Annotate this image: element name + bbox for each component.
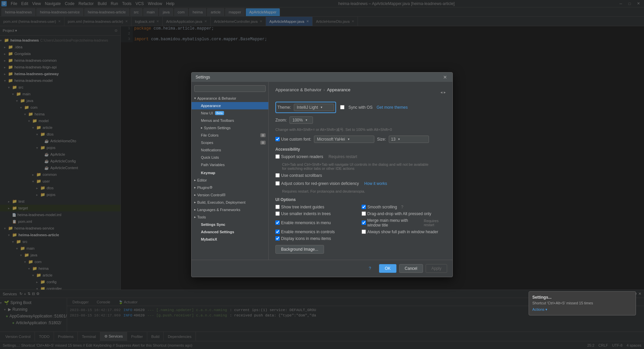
color-vision-row: Adjust colors for red-green vision defic… bbox=[275, 181, 446, 186]
nav-item-editor[interactable]: ▸ Editor bbox=[192, 177, 268, 184]
background-image-button[interactable]: Background Image... bbox=[275, 245, 324, 254]
font-size-value: 13 bbox=[391, 137, 395, 142]
notification-actions-row: Actions ▾ bbox=[532, 307, 632, 312]
merge-menu-checkbox[interactable] bbox=[362, 220, 366, 225]
nav-item-appearance[interactable]: Appearance bbox=[192, 102, 268, 109]
color-vision-checkbox[interactable] bbox=[275, 181, 280, 186]
dialog-title: Settings bbox=[196, 75, 442, 80]
nav-item-label: Scopes bbox=[201, 141, 213, 145]
nav-section-header-appearance[interactable]: ▾ Appearance & Behavior bbox=[192, 95, 268, 102]
font-family-dropdown[interactable]: Microsoft YaHei ▾ bbox=[314, 136, 374, 143]
nav-forward-icon[interactable]: ▸ bbox=[444, 90, 446, 95]
smooth-scrolling-checkbox[interactable] bbox=[362, 205, 366, 209]
accessibility-section-title: Accessibility bbox=[275, 147, 446, 152]
nav-item-label: Tools bbox=[197, 215, 206, 219]
nav-item-label: Languages & Frameworks bbox=[197, 208, 240, 212]
full-path-label: Always show full path in window header bbox=[367, 230, 438, 234]
color-vision-desc: Requires restart. For protanopia and deu… bbox=[282, 189, 446, 193]
nav-item-build[interactable]: ▸ Build, Execution, Deployment bbox=[192, 199, 268, 206]
nav-item-label: Appearance bbox=[201, 104, 221, 108]
help-icon[interactable]: ? bbox=[401, 205, 404, 209]
dialog-close-button[interactable]: ✕ bbox=[442, 74, 448, 81]
nav-item-filecolors[interactable]: File Colors ⊟ bbox=[192, 132, 268, 139]
nav-item-plugins[interactable]: ▸ Plugins ⚙ bbox=[192, 184, 268, 191]
nav-item-notifications[interactable]: Notifications bbox=[192, 146, 268, 154]
ui-options-grid: Show tree indent guides Smooth scrolling… bbox=[275, 205, 446, 241]
nav-item-label: Plugins bbox=[197, 186, 209, 190]
arrow-icon: ▸ bbox=[194, 200, 196, 204]
font-size-dropdown[interactable]: 13 ▾ bbox=[389, 136, 429, 143]
full-path-checkbox[interactable] bbox=[362, 230, 366, 234]
help-question-button[interactable]: ? bbox=[364, 264, 377, 273]
theme-label: Theme: bbox=[277, 105, 291, 110]
zoom-label: Zoom: bbox=[275, 118, 287, 122]
chevron-down-icon: ▾ bbox=[348, 137, 350, 141]
smaller-indents-checkbox[interactable] bbox=[275, 211, 280, 216]
chevron-down-icon: ▾ bbox=[398, 137, 400, 141]
nav-item-label: New UI bbox=[201, 111, 213, 115]
nav-item-scopes[interactable]: Scopes ⊟ bbox=[192, 139, 268, 146]
nav-item-advanced[interactable]: Advanced Settings bbox=[192, 228, 268, 236]
how-it-works-link[interactable]: How it works bbox=[364, 181, 387, 186]
settings-search-input[interactable] bbox=[194, 85, 266, 92]
theme-dropdown[interactable]: IntelliJ Light ▾ bbox=[294, 104, 334, 111]
breadcrumb-separator: › bbox=[323, 87, 325, 92]
cancel-button[interactable]: Cancel bbox=[399, 264, 423, 273]
beta-badge: Beta bbox=[215, 111, 224, 115]
theme-box: Theme: IntelliJ Light ▾ bbox=[275, 102, 336, 113]
apply-button[interactable]: Apply bbox=[426, 264, 447, 273]
nav-item-label: Menus and Toolbars bbox=[201, 118, 234, 122]
zoom-value: 100% bbox=[292, 118, 303, 122]
chevron-down-icon: ▾ bbox=[321, 105, 322, 109]
nav-back-icon[interactable]: ◂ bbox=[440, 90, 442, 95]
custom-font-checkbox[interactable] bbox=[275, 137, 280, 141]
show-tree-guides-checkbox[interactable] bbox=[275, 205, 280, 209]
screen-readers-hint: Requires restart bbox=[328, 154, 357, 159]
color-vision-label: Adjust colors for red-green vision defic… bbox=[281, 181, 359, 186]
nav-item-label: Settings Sync bbox=[201, 222, 225, 227]
contrast-scrollbars-checkbox[interactable] bbox=[275, 173, 280, 178]
nav-item-newui[interactable]: New UI Beta bbox=[192, 109, 268, 117]
get-more-themes-link[interactable]: Get more themes bbox=[377, 105, 408, 110]
nav-item-vcs[interactable]: ▸ Version Control ⊟ bbox=[192, 191, 268, 199]
ok-button[interactable]: OK bbox=[379, 264, 396, 273]
count-badge: ⊟ bbox=[222, 193, 225, 197]
zoom-row: Zoom: 100% ▾ bbox=[275, 116, 446, 124]
nav-item-label: Keymap bbox=[201, 171, 215, 175]
nav-item-sync[interactable]: Settings Sync bbox=[192, 221, 268, 228]
nav-item-system[interactable]: ▸ System Settings bbox=[192, 124, 268, 132]
custom-font-row: Use custom font: Microsoft YaHei ▾ Size:… bbox=[275, 136, 446, 143]
notification-popup: Settings... Shortcut 'Ctrl+Alt+S' missed… bbox=[529, 291, 636, 315]
zoom-dropdown[interactable]: 100% ▾ bbox=[289, 116, 313, 124]
drag-drop-row: Drag-and-drop with Alt pressed only bbox=[362, 211, 446, 216]
dialog-body: ▾ Appearance & Behavior Appearance New U… bbox=[192, 82, 452, 260]
arrow-icon: ▸ bbox=[201, 126, 203, 130]
arrow-icon: ▸ bbox=[194, 178, 196, 182]
nav-item-keymap[interactable]: Keymap bbox=[192, 169, 268, 177]
show-tree-guides-label: Show tree indent guides bbox=[281, 205, 324, 209]
nav-item-languages[interactable]: ▸ Languages & Frameworks bbox=[192, 206, 268, 213]
screen-readers-desc: Ctrl+Tab and Ctrl+Shift+Tab will navigat… bbox=[282, 162, 446, 170]
contrast-scrollbars-row: Use contrast scrollbars bbox=[275, 173, 446, 178]
nav-item-quicklists[interactable]: Quick Lists bbox=[192, 154, 268, 161]
nav-item-pathvars[interactable]: Path Variables bbox=[192, 161, 268, 168]
mnemonics-controls-row: Enable mnemonics in controls bbox=[275, 230, 360, 234]
font-size-label: Size: bbox=[377, 137, 386, 142]
drag-drop-label: Drag-and-drop with Alt pressed only bbox=[367, 211, 431, 216]
sync-os-checkbox[interactable] bbox=[340, 105, 344, 109]
mnemonics-controls-checkbox[interactable] bbox=[275, 230, 280, 234]
notification-actions-link[interactable]: Actions ▾ bbox=[532, 307, 547, 311]
mnemonics-menu-checkbox[interactable] bbox=[275, 220, 280, 225]
nav-item-menus[interactable]: Menus and Toolbars bbox=[192, 117, 268, 124]
arrow-icon: ▸ bbox=[194, 186, 196, 189]
nav-item-mybatisx[interactable]: MybatisX bbox=[192, 236, 268, 243]
nav-item-label: Advanced Settings bbox=[201, 230, 234, 234]
drag-drop-checkbox[interactable] bbox=[362, 211, 366, 216]
nav-item-label: Notifications bbox=[201, 148, 221, 152]
dialog-titlebar: Settings ✕ bbox=[192, 72, 452, 82]
screen-readers-checkbox[interactable] bbox=[275, 154, 280, 159]
display-icons-checkbox[interactable] bbox=[275, 236, 280, 241]
display-icons-label: Display icons in menu items bbox=[281, 236, 331, 241]
nav-item-tools[interactable]: ▸ Tools bbox=[192, 213, 268, 221]
settings-nav-arrows: Theme: Appearance & Behavior › Appearanc… bbox=[275, 87, 446, 98]
